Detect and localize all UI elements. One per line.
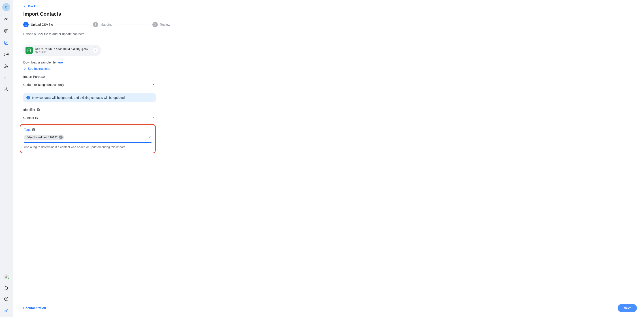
documentation-link[interactable]: Documentation <box>23 306 46 310</box>
chevron-down-icon <box>152 116 155 120</box>
tags-help-icon[interactable]: ? <box>32 128 35 131</box>
svg-point-11 <box>6 300 6 300</box>
step-mapping[interactable]: 2 Mapping <box>93 22 112 27</box>
chevron-down-icon <box>148 135 152 139</box>
user-presence-avatar[interactable] <box>4 274 9 280</box>
svg-point-8 <box>6 88 7 90</box>
step-number: 1 <box>23 22 29 27</box>
svg-point-3 <box>6 42 7 43</box>
chevron-down-icon <box>152 82 155 87</box>
stepper: 1 Upload CSV file 2 Mapping 3 Review <box>23 22 637 27</box>
identifier-label-row: Identifier ? <box>23 108 156 112</box>
file-meta: 5e77f87e-9b87-453d-bb83-f930f8[...].csv … <box>35 47 88 54</box>
divider <box>23 40 637 40</box>
broadcast-icon[interactable] <box>3 51 9 57</box>
svg-point-4 <box>6 54 7 55</box>
info-icon: i <box>26 96 30 99</box>
svg-point-9 <box>6 276 7 277</box>
sample-prefix: Download a sample file <box>23 61 56 64</box>
step-number: 3 <box>152 22 158 27</box>
svg-rect-6 <box>4 67 6 68</box>
import-purpose-value: Update existing contacts only <box>23 83 64 86</box>
contacts-icon[interactable] <box>3 40 9 46</box>
identifier-value: Contact ID <box>23 116 38 120</box>
content: Back Import Contacts 1 Upload CSV file 2… <box>12 0 644 300</box>
sidebar-nav <box>0 16 12 92</box>
reports-icon[interactable] <box>3 75 9 80</box>
tags-input[interactable]: failed broadcast 110122 <box>24 135 152 143</box>
back-label: Back <box>28 4 36 8</box>
identifier-help-icon[interactable]: ? <box>37 108 40 111</box>
purpose-info-banner: i New contacts will be ignored, and exis… <box>23 93 156 102</box>
file-name: 5e77f87e-9b87-453d-bb83-f930f8[...].csv <box>35 47 88 50</box>
step-upload[interactable]: 1 Upload CSV file <box>23 22 53 27</box>
step-divider <box>56 24 90 25</box>
svg-rect-1 <box>4 30 8 32</box>
remove-file-button[interactable] <box>92 47 98 53</box>
back-button[interactable]: Back <box>23 4 36 8</box>
footer: Documentation Next <box>12 300 644 317</box>
dashboard-icon[interactable] <box>3 16 9 22</box>
tags-label-row: Tags ? <box>24 128 152 131</box>
presence-online-dot <box>7 278 9 280</box>
step-label: Upload CSV file <box>31 23 53 26</box>
see-instructions-link[interactable]: See Instructions <box>23 67 50 70</box>
step-divider <box>116 24 149 25</box>
notifications-icon[interactable] <box>3 285 9 291</box>
step-label: Mapping <box>100 23 112 26</box>
identifier-label: Identifier <box>23 108 35 112</box>
remove-tag-button[interactable] <box>59 135 63 139</box>
settings-icon[interactable] <box>3 86 9 92</box>
workflows-icon[interactable] <box>3 63 9 69</box>
sample-file-link[interactable]: here <box>56 61 63 64</box>
workspace-avatar[interactable]: C <box>2 3 10 11</box>
step-review[interactable]: 3 Review <box>152 22 170 27</box>
tags-label: Tags <box>24 128 31 131</box>
sidebar: C <box>0 0 12 317</box>
tag-chip: failed broadcast 110122 <box>24 135 64 140</box>
file-size: 977.00 B <box>35 50 88 54</box>
svg-rect-5 <box>6 64 7 65</box>
step-number: 2 <box>93 22 98 27</box>
svg-rect-7 <box>7 67 8 68</box>
main: Back Import Contacts 1 Upload CSV file 2… <box>12 0 644 317</box>
tag-chip-text: failed broadcast 110122 <box>27 136 58 139</box>
import-purpose-label: Import Purpose <box>23 75 156 78</box>
text-cursor <box>66 135 66 139</box>
tags-help-text: Use a tag to determine if a contact was … <box>24 145 152 149</box>
import-purpose-select[interactable]: Update existing contacts only <box>23 81 156 89</box>
sample-file-line: Download a sample file here <box>23 61 637 64</box>
page-title: Import Contacts <box>23 11 637 17</box>
instructions-label: See Instructions <box>28 67 50 70</box>
brand-logo-icon[interactable] <box>3 307 9 313</box>
sidebar-bottom <box>3 274 9 317</box>
chevron-left-icon <box>23 5 26 8</box>
next-button[interactable]: Next <box>618 304 637 312</box>
messages-icon[interactable] <box>3 28 9 34</box>
spreadsheet-icon <box>26 47 33 54</box>
uploaded-file-chip: 5e77f87e-9b87-453d-bb83-f930f8[...].csv … <box>23 45 101 56</box>
form-block: Import Purpose Update existing contacts … <box>23 75 156 153</box>
tags-section-highlighted: Tags ? failed broadcast 110122 <box>20 124 156 153</box>
upload-description: Upload a CSV file to add or update conta… <box>23 32 637 36</box>
chevron-right-icon <box>23 67 26 70</box>
step-label: Review <box>160 23 170 26</box>
close-icon <box>94 49 96 52</box>
tags-chips: failed broadcast 110122 <box>24 135 66 140</box>
purpose-info-text: New contacts will be ignored, and existi… <box>32 96 126 99</box>
identifier-select[interactable]: Contact ID <box>23 114 156 121</box>
help-icon[interactable] <box>3 296 9 302</box>
close-icon <box>60 136 62 138</box>
